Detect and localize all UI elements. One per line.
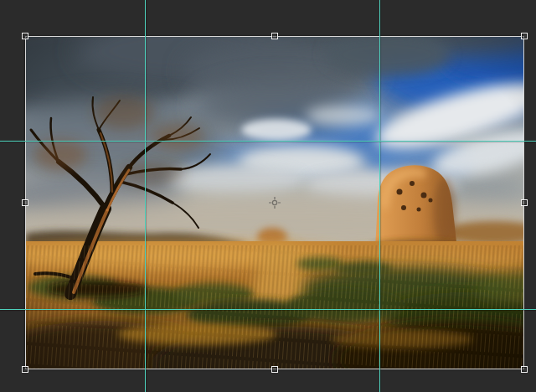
- crop-handle-ne[interactable]: [521, 33, 528, 39]
- crop-handle-nw[interactable]: [22, 33, 28, 39]
- crop-handle-n[interactable]: [271, 33, 278, 39]
- horizontal-guide-1[interactable]: [0, 141, 536, 142]
- crop-reference-point-icon[interactable]: [268, 196, 281, 209]
- landscape-photo[interactable]: [25, 36, 524, 369]
- crop-handle-w[interactable]: [22, 199, 28, 206]
- horizontal-guide-2[interactable]: [0, 309, 536, 310]
- editor-canvas: [0, 0, 536, 392]
- crop-handle-se[interactable]: [521, 366, 528, 373]
- crop-handle-s[interactable]: [271, 366, 278, 373]
- crop-handle-e[interactable]: [521, 199, 528, 206]
- crop-handle-sw[interactable]: [22, 366, 28, 373]
- vertical-guide-2[interactable]: [379, 0, 380, 392]
- vertical-guide-1[interactable]: [145, 0, 146, 392]
